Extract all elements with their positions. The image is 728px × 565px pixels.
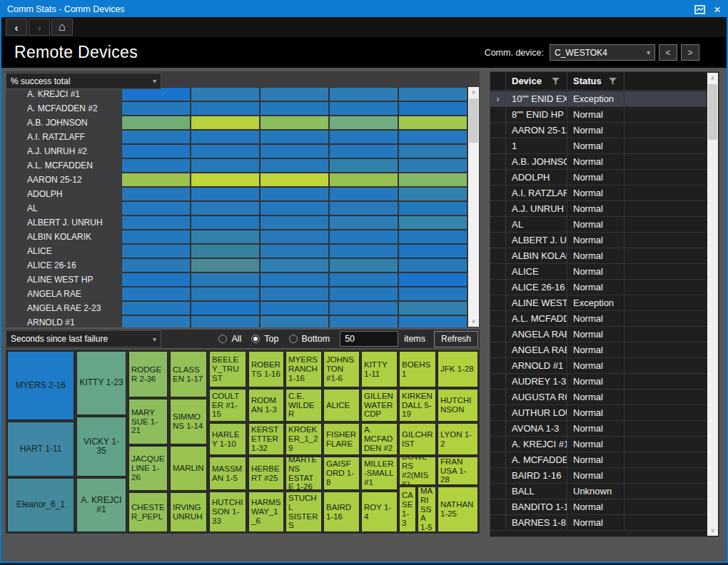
treemap-cell[interactable]: MYERS RANCH 1-16 — [285, 351, 322, 387]
forward-button[interactable]: › — [29, 19, 50, 36]
heatmap-cell[interactable] — [121, 87, 191, 101]
radio-all[interactable]: All — [218, 334, 241, 344]
heatmap-cell[interactable] — [121, 187, 191, 201]
table-row[interactable]: AUTHUR LOUTNormal — [490, 405, 707, 421]
treemap-cell[interactable]: MYERS 2-16 — [7, 351, 74, 420]
table-row[interactable]: AVONA 1-3Normal — [490, 421, 707, 437]
table-row[interactable]: 8"" ENID HP MNormal — [490, 107, 707, 123]
heatmap-cell[interactable] — [260, 315, 329, 327]
table-row[interactable]: AUGUSTA ROTNormal — [490, 390, 707, 405]
heatmap-cell[interactable] — [329, 287, 398, 301]
scroll-down-icon[interactable]: ∨ — [468, 316, 479, 327]
table-row[interactable]: ADOLPHNormal — [490, 170, 707, 185]
table-row[interactable]: BANDITO 1-1Normal — [490, 499, 707, 515]
treemap-cell[interactable]: ROY 1-4 — [361, 492, 398, 532]
heatmap-cell[interactable] — [329, 258, 398, 273]
heatmap-cell[interactable] — [329, 101, 398, 116]
close-icon[interactable]: × — [714, 5, 721, 14]
table-scrollbar-thumb[interactable] — [708, 84, 717, 140]
table-row[interactable]: ARNOLD #1Normal — [490, 358, 707, 374]
treemap-cell[interactable]: DOWERS #2(MISS) — [399, 457, 436, 485]
heatmap-cell[interactable] — [121, 201, 191, 215]
row-selector-cell[interactable] — [490, 138, 506, 153]
heatmap-cell[interactable] — [121, 315, 191, 327]
heatmap-cell[interactable] — [260, 144, 329, 158]
heatmap-cell[interactable] — [398, 130, 467, 144]
heatmap-cell[interactable] — [398, 201, 467, 215]
treemap-cell[interactable]: HARLEY 1-10 — [209, 423, 246, 455]
treemap-cell[interactable]: KROEKER_1_29 — [285, 423, 322, 455]
treemap-cell[interactable]: HARMSWAY_1_6 — [248, 492, 284, 532]
row-selector-cell[interactable] — [490, 342, 506, 357]
device-column-header[interactable]: Device — [506, 72, 567, 90]
treemap-cell[interactable]: BAIRD 1-16 — [323, 492, 360, 532]
treemap-cell[interactable]: LYON 1-2 — [438, 423, 478, 455]
heatmap-cell[interactable] — [329, 87, 398, 101]
heatmap-cell[interactable] — [121, 144, 191, 158]
refresh-button[interactable]: Refresh — [434, 331, 478, 347]
treemap-cell[interactable]: ALICE — [323, 389, 360, 422]
heatmap-cell[interactable] — [121, 301, 191, 315]
row-selector-cell[interactable] — [490, 358, 506, 373]
treemap-cell[interactable]: MARISSA 1-5 — [418, 487, 436, 532]
treemap-cell[interactable]: KITTY 1-23 — [76, 351, 126, 415]
heatmap-cell[interactable] — [398, 158, 467, 173]
heatmap-cell[interactable] — [329, 244, 398, 258]
heatmap-cell[interactable] — [329, 158, 398, 173]
heatmap-cell[interactable] — [191, 273, 260, 287]
treemap-cell[interactable]: GAISFORD 1-8 — [323, 457, 360, 490]
heatmap-cell[interactable] — [260, 273, 329, 287]
table-row[interactable]: A.I. RATZLAFFNormal — [490, 185, 707, 201]
row-selector-cell[interactable] — [490, 437, 506, 452]
comm-device-select[interactable]: C_WESTOK4 ▾ — [550, 44, 655, 61]
radio-bottom-circle[interactable] — [289, 335, 298, 343]
table-row[interactable]: A.L. MCFADDENNormal — [490, 311, 707, 327]
back-button[interactable]: ‹ — [6, 19, 27, 36]
row-selector-cell[interactable] — [490, 499, 506, 514]
row-selector-cell[interactable] — [490, 201, 506, 216]
row-selector-cell[interactable] — [490, 233, 506, 248]
table-row[interactable]: ALINE WEST HPException — [490, 295, 707, 311]
heatmap-cell[interactable] — [191, 158, 260, 173]
treemap-cell[interactable]: HUTCHINSON — [438, 389, 478, 422]
status-column-header[interactable]: Status — [567, 72, 625, 90]
heatmap-cell[interactable] — [191, 101, 260, 116]
treemap-cell[interactable]: SIMMONS 1-14 — [170, 399, 207, 444]
row-selector-cell[interactable] — [490, 185, 506, 200]
treemap-cell[interactable]: COULTER #1-15 — [209, 389, 246, 422]
treemap-cell[interactable]: GILCHRIST — [399, 423, 436, 455]
row-selector-cell[interactable] — [490, 264, 506, 279]
heatmap-scrollbar[interactable]: ∧ ∨ — [468, 87, 479, 327]
heatmap-cell[interactable] — [260, 101, 329, 116]
treemap-cell[interactable]: KERSTETTER 1-32 — [248, 423, 284, 455]
radio-top-circle[interactable] — [251, 335, 260, 343]
heatmap-cell[interactable] — [191, 244, 260, 258]
heatmap-cell[interactable] — [191, 215, 260, 230]
heatmap-cell[interactable] — [398, 230, 467, 244]
treemap-cell[interactable]: GILLEN WATER CDP — [361, 389, 398, 422]
treemap-cell[interactable]: HUTCHISON 1-33 — [209, 492, 246, 532]
heatmap-cell[interactable] — [191, 116, 260, 130]
table-row[interactable]: ALICENormal — [490, 264, 707, 280]
filter-icon[interactable] — [552, 78, 560, 85]
radio-top[interactable]: Top — [251, 334, 278, 344]
treemap-cell[interactable]: FRAN USA 1-28 — [438, 457, 478, 485]
treemap-cell[interactable]: HERBERT #25 — [248, 457, 284, 490]
table-scrollbar[interactable]: ∧ ∨ — [707, 73, 718, 536]
heatmap-cell[interactable] — [398, 244, 467, 258]
heatmap-cell[interactable] — [329, 130, 398, 144]
heatmap-cell[interactable] — [191, 144, 260, 158]
heatmap-cell[interactable] — [121, 173, 191, 187]
table-row[interactable]: ANGELA RAE 2-23Normal — [490, 342, 707, 358]
heatmap-cell[interactable] — [398, 258, 467, 273]
treemap-cell[interactable]: MARTENS ESTATE 1-26 — [285, 457, 322, 490]
treemap-cell[interactable]: MARY SUE 1-21 — [128, 399, 168, 444]
row-selector-cell[interactable] — [490, 468, 506, 483]
heatmap-cell[interactable] — [121, 215, 191, 230]
treemap-cell[interactable]: RODGER 2-36 — [128, 351, 168, 397]
row-selector-cell[interactable]: › — [490, 91, 506, 106]
table-row[interactable]: BALLUnknown — [490, 484, 707, 499]
heatmap-cell[interactable] — [191, 287, 260, 301]
treemap-cell[interactable]: JOHNSTON #1-6 — [323, 351, 360, 387]
heatmap-cell[interactable] — [329, 116, 398, 130]
